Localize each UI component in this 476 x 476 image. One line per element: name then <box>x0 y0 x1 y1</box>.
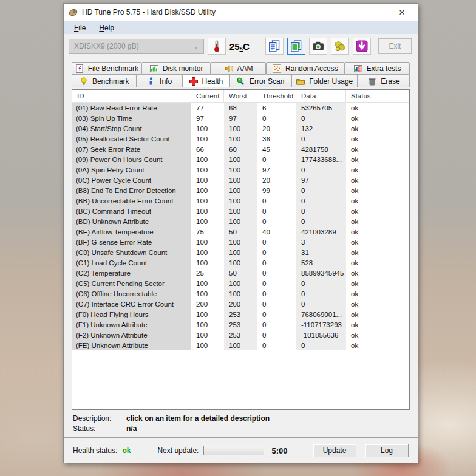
copy-text-button[interactable] <box>265 38 284 55</box>
tab-extra-tests[interactable]: Extra tests <box>344 62 410 75</box>
table-row[interactable]: (05) Reallocated Sector Count100100360ok <box>72 134 409 144</box>
table-row[interactable]: (C6) Offline Uncorrectable10010000ok <box>72 288 409 299</box>
table-row[interactable]: (03) Spin Up Time979700ok <box>72 113 409 123</box>
tab-erase[interactable]: Erase <box>358 75 410 87</box>
table-row[interactable]: (F1) Unknown Attribute1002530-1107173293… <box>72 319 409 330</box>
copy-image-button[interactable] <box>287 38 305 55</box>
cell-data: 0 <box>296 278 346 288</box>
cell-id: (BE) Airflow Temperature <box>72 226 191 237</box>
cell-status: ok <box>346 216 409 226</box>
cell-status: ok <box>346 278 409 288</box>
cell-current: 75 <box>191 226 224 237</box>
status-label: Status: <box>73 424 126 433</box>
log-button[interactable]: Log <box>365 444 409 457</box>
cell-current: 100 <box>191 185 224 195</box>
column-header-current[interactable]: Current <box>191 90 224 102</box>
cell-current: 100 <box>191 165 224 175</box>
temperature-degree: s <box>240 45 243 52</box>
tab-label: Health <box>202 77 223 86</box>
cell-status: ok <box>346 206 409 216</box>
table-row[interactable]: (C1) Load Cycle Count1001000528ok <box>72 257 409 268</box>
table-row[interactable]: (F2) Unknown Attribute1002530-101855636o… <box>72 330 409 340</box>
drive-select-dropdown[interactable]: XDISKX9 (2000 gB) ⌄ <box>69 39 204 54</box>
cell-worst: 100 <box>224 247 257 257</box>
column-header-threshold[interactable]: Threshold <box>257 90 296 102</box>
tab-health[interactable]: Health <box>182 75 229 87</box>
tab-info[interactable]: Info <box>137 75 182 87</box>
cell-threshold: 97 <box>257 165 296 175</box>
cell-threshold: 0 <box>257 216 296 226</box>
tab-label: Extra tests <box>367 64 401 73</box>
close-button[interactable]: ✕ <box>389 4 415 20</box>
cell-current: 100 <box>191 319 224 330</box>
column-header-id[interactable]: ID <box>72 90 191 102</box>
column-header-data[interactable]: Data <box>296 90 346 102</box>
tab-file-benchmark[interactable]: File Benchmark <box>72 62 141 75</box>
cell-threshold: 0 <box>257 330 296 340</box>
cell-worst: 97 <box>224 113 257 123</box>
cell-id: (0C) Power Cycle Count <box>72 175 191 185</box>
yellow-hand-icon <box>333 39 347 53</box>
table-row[interactable]: (01) Raw Read Error Rate7768653265705ok <box>72 103 409 113</box>
column-header-status[interactable]: Status <box>346 90 409 102</box>
table-row[interactable]: (BE) Airflow Temperature755040421003289o… <box>72 226 409 237</box>
table-row[interactable]: (B8) End To End Error Detection100100990… <box>72 185 409 195</box>
cell-worst: 100 <box>224 257 257 268</box>
cell-data: 0 <box>296 299 346 309</box>
maximize-icon <box>373 10 378 15</box>
tab-disk-monitor[interactable]: Disk monitor <box>141 62 211 75</box>
cell-worst: 100 <box>224 216 257 226</box>
toolbar: XDISKX9 (2000 gB) ⌄ 25sC <box>64 34 418 58</box>
table-row[interactable]: (BF) G-sense Error Rate10010003ok <box>72 237 409 247</box>
cell-data: 0 <box>296 288 346 299</box>
table-row[interactable]: (C7) Interface CRC Error Count20020000ok <box>72 299 409 309</box>
cell-id: (F0) Head Flying Hours <box>72 309 191 319</box>
details-panel: Description: click on an item for a deta… <box>72 410 410 435</box>
table-row[interactable]: (C2) Temperature2550085899345945ok <box>72 268 409 278</box>
extra-tests-icon <box>353 64 363 73</box>
table-body: (01) Raw Read Error Rate7768653265705ok(… <box>72 103 409 350</box>
table-row[interactable]: (FE) Unknown Attribute10010000ok <box>72 340 409 350</box>
cell-data: 177433688... <box>296 154 346 165</box>
table-row[interactable]: (07) Seek Error Rate6660454281758ok <box>72 144 409 154</box>
column-header-worst[interactable]: Worst <box>224 90 257 102</box>
table-row[interactable]: (09) Power On Hours Count100100017743368… <box>72 154 409 165</box>
table-row[interactable]: (0C) Power Cycle Count1001002097ok <box>72 175 409 185</box>
cell-id: (C1) Load Cycle Count <box>72 257 191 268</box>
next-update-label: Next update: <box>157 446 199 455</box>
minimize-button[interactable]: – <box>335 4 362 20</box>
minimize-icon: – <box>346 8 350 17</box>
screenshot-button[interactable] <box>309 38 327 55</box>
temperature-value: 25 <box>229 41 240 52</box>
table-row[interactable]: (04) Start/Stop Count10010020132ok <box>72 123 409 134</box>
tab-folder-usage[interactable]: Folder Usage <box>291 75 358 87</box>
exit-button[interactable]: Exit <box>378 38 412 54</box>
tabstrip: File Benchmark Disk monitor AAM <box>72 62 410 87</box>
cell-data: 0 <box>296 185 346 195</box>
hand-tools-button[interactable] <box>331 38 349 55</box>
menu-help[interactable]: Help <box>93 22 120 33</box>
temperature-button[interactable] <box>208 38 226 55</box>
maximize-button[interactable] <box>362 4 389 20</box>
table-row[interactable]: (BB) Uncorrectable Error Count10010000ok <box>72 195 409 206</box>
folder-icon <box>296 76 305 86</box>
cell-id: (F2) Unknown Attribute <box>72 330 191 340</box>
table-row[interactable]: (0A) Spin Retry Count100100970ok <box>72 165 409 175</box>
tab-benchmark[interactable]: Benchmark <box>72 75 137 87</box>
menu-file[interactable]: File <box>69 22 91 33</box>
update-check-button[interactable] <box>353 38 371 55</box>
cell-current: 200 <box>191 299 224 309</box>
table-row[interactable]: (F0) Head Flying Hours1002530768069001..… <box>72 309 409 319</box>
tab-aam[interactable]: AAM <box>211 62 265 75</box>
cell-current: 66 <box>191 144 224 154</box>
update-button[interactable]: Update <box>313 444 356 457</box>
copy-image-icon <box>290 39 303 53</box>
tab-random-access[interactable]: Random Access <box>266 62 344 75</box>
cell-data: 0 <box>296 165 346 175</box>
table-row[interactable]: (BD) Unknown Attribute10010000ok <box>72 216 409 226</box>
cell-worst: 200 <box>224 299 257 309</box>
table-row[interactable]: (C5) Current Pending Sector10010000ok <box>72 278 409 288</box>
table-row[interactable]: (C0) Unsafe Shutdown Count100100031ok <box>72 247 409 257</box>
tab-error-scan[interactable]: Error Scan <box>229 75 291 87</box>
table-row[interactable]: (BC) Command Timeout10010000ok <box>72 206 409 216</box>
